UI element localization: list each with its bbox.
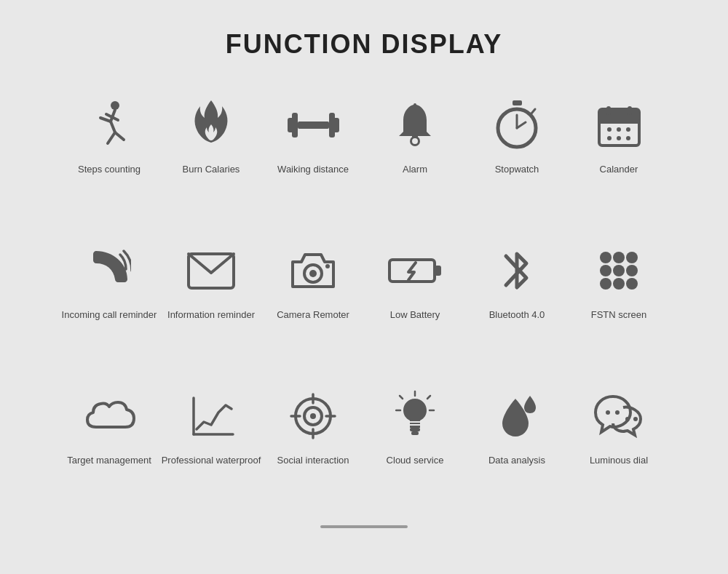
feature-calendar: Calander (568, 81, 670, 227)
cloud-shape-icon (80, 387, 138, 445)
svg-point-67 (625, 417, 630, 421)
drops-icon (488, 387, 546, 445)
target-crosshair-icon (284, 387, 342, 445)
wechat-icon (590, 387, 648, 445)
svg-point-14 (412, 138, 418, 144)
low-battery-label: Low Battery (390, 308, 440, 322)
svg-point-46 (626, 278, 638, 290)
feature-steps-counting: Steps counting (58, 81, 160, 227)
feature-target-management: Target management (58, 372, 160, 518)
feature-fstn-screen: FSTN screen (568, 227, 670, 372)
svg-point-34 (309, 270, 317, 277)
svg-point-30 (617, 136, 621, 140)
calendar-label: Calander (600, 163, 638, 176)
data-analysis-label: Data analysis (488, 454, 545, 467)
cloud-service-label: Cloud service (387, 454, 444, 467)
feature-bluetooth: Bluetooth 4.0 (466, 227, 568, 372)
svg-rect-11 (329, 113, 335, 137)
feature-alarm: Alarm (364, 81, 466, 227)
camera-icon (284, 242, 342, 300)
bulb-icon (386, 387, 444, 445)
feature-walking-distance: Waiking distance (262, 81, 364, 227)
target-management-label: Target management (67, 454, 151, 467)
steps-counting-label: Steps counting (78, 163, 141, 176)
feature-luminous-dial: Luminous dial (568, 372, 670, 518)
svg-rect-37 (435, 266, 441, 276)
svg-point-35 (325, 264, 330, 268)
feature-stopwatch: Stopwatch (466, 81, 568, 227)
svg-point-66 (615, 410, 620, 415)
svg-point-45 (613, 278, 625, 290)
svg-point-39 (613, 252, 625, 263)
svg-point-42 (613, 265, 625, 276)
professional-waterproof-label: Professional waterproof (162, 454, 261, 467)
feature-burn-calories: Burn Calaries (160, 81, 262, 227)
battery-icon (386, 242, 444, 300)
svg-point-65 (606, 410, 610, 415)
feature-information-reminder: Information reminder (160, 227, 262, 372)
svg-rect-61 (410, 428, 420, 431)
calendar-icon (590, 96, 648, 154)
svg-point-44 (600, 278, 612, 290)
incoming-call-label: Incoming call reminder (62, 308, 157, 322)
svg-rect-22 (599, 109, 639, 122)
phone-icon (80, 242, 138, 300)
svg-point-40 (626, 252, 638, 263)
social-interaction-label: Social interaction (277, 454, 349, 467)
feature-cloud-service: Cloud service (364, 372, 466, 518)
dumbbell-icon (284, 96, 342, 154)
chart-icon (182, 387, 240, 445)
bottom-divider (320, 525, 408, 528)
information-reminder-label: Information reminder (167, 308, 255, 322)
svg-point-68 (633, 417, 638, 421)
svg-point-43 (626, 265, 638, 276)
svg-line-4 (108, 132, 115, 143)
features-grid: Steps counting Burn Calaries Waiking dis… (58, 81, 670, 518)
bluetooth-label: Bluetooth 4.0 (489, 308, 545, 322)
svg-rect-62 (411, 431, 419, 435)
svg-line-57 (427, 396, 430, 399)
svg-line-2 (100, 118, 111, 121)
feature-data-analysis: Data analysis (466, 372, 568, 518)
stopwatch-label: Stopwatch (495, 163, 539, 176)
feature-professional-waterproof: Professional waterproof (160, 372, 262, 518)
feature-social-interaction: Social interaction (262, 372, 364, 518)
svg-rect-24 (606, 106, 611, 115)
svg-point-51 (310, 413, 316, 419)
feature-incoming-call: Incoming call reminder (58, 227, 160, 372)
feature-low-battery: Low Battery (364, 227, 466, 372)
burn-calories-label: Burn Calaries (183, 163, 240, 176)
svg-point-38 (600, 252, 612, 263)
envelope-icon (182, 242, 240, 300)
svg-point-27 (617, 127, 621, 132)
runner-icon (80, 96, 138, 154)
svg-line-20 (531, 109, 535, 113)
svg-line-3 (111, 121, 115, 132)
svg-rect-15 (513, 100, 522, 105)
luminous-dial-label: Luminous dial (590, 454, 648, 467)
bluetooth-icon (488, 242, 546, 300)
camera-remoter-label: Camera Remoter (277, 308, 349, 322)
walking-distance-label: Waiking distance (277, 163, 349, 176)
svg-point-28 (626, 127, 630, 132)
grid-icon (590, 242, 648, 300)
fstn-screen-label: FSTN screen (591, 308, 647, 322)
svg-point-26 (607, 127, 612, 132)
flame-icon (182, 96, 240, 154)
svg-rect-25 (628, 106, 632, 115)
stopwatch-icon (488, 96, 546, 154)
svg-line-5 (115, 132, 124, 140)
bell-icon (386, 96, 444, 154)
svg-point-31 (626, 136, 630, 140)
page-title: FUNCTION DISPLAY (226, 29, 503, 60)
svg-rect-9 (298, 121, 329, 129)
alarm-label: Alarm (403, 163, 427, 176)
svg-line-58 (400, 396, 403, 399)
svg-point-41 (600, 265, 612, 276)
feature-camera-remoter: Camera Remoter (262, 227, 364, 372)
svg-point-29 (607, 136, 612, 140)
svg-rect-8 (292, 113, 298, 137)
